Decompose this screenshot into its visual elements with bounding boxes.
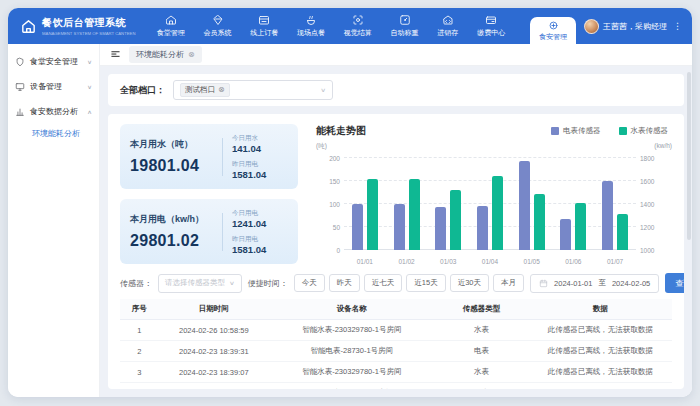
search-button[interactable]: 查询 (665, 273, 684, 293)
bar-water[interactable] (367, 179, 378, 250)
x-axis-label: 01/04 (482, 258, 498, 265)
bar-electric[interactable] (602, 181, 613, 250)
left-axis-unit: (吨) (316, 142, 327, 151)
quick-time-button[interactable]: 昨天 (329, 274, 360, 292)
table-cell: 智能电表-28730-1号房间 (269, 383, 435, 390)
scrollbar-thumb[interactable] (687, 72, 691, 240)
nav-item-auto-weigh[interactable]: 自动称重 (391, 14, 419, 38)
sidebar-subitem-active[interactable]: 环境能耗分析 (8, 124, 99, 143)
collapse-menu-icon[interactable] (110, 49, 121, 60)
bar-group (519, 158, 545, 250)
main-area: 环境能耗分析 ⊗ 全部档口： 测试档口 ⊗ ∨ (100, 44, 692, 397)
bar-water[interactable] (450, 190, 461, 250)
x-axis-label: 01/06 (565, 258, 581, 265)
stat-title: 本月用水（吨） (130, 138, 213, 151)
sensor-select[interactable]: 请选择传感器类型 ∨ (158, 274, 242, 293)
app-window: 餐饮后台管理系统 MANAGEMENT SYSTEM OF SMART CANT… (8, 8, 692, 397)
table-cell: 1 (120, 320, 159, 341)
bar-electric[interactable] (394, 204, 405, 250)
date-separator: 至 (598, 278, 606, 288)
clear-selection-icon[interactable]: ⊗ (218, 86, 225, 94)
quick-time-button[interactable]: 近七天 (364, 274, 403, 292)
avatar (584, 19, 599, 34)
stat-side-item: 今日用水 141.04 (232, 134, 288, 154)
nav-item-online-order[interactable]: 线上订餐 (250, 14, 278, 38)
bar-water[interactable] (617, 214, 628, 250)
table-row: 32024-02-23 18:39:07智能水表-230329780-1号房间水… (120, 362, 672, 383)
nav-item-food-safety[interactable]: 食安管理 (530, 17, 576, 44)
stat-side-item: 昨日用电 1581.04 (232, 235, 288, 255)
bar-water[interactable] (492, 176, 503, 250)
quick-time-button[interactable]: 今天 (294, 274, 325, 292)
vision-checkout-icon (352, 14, 364, 26)
bar-electric[interactable] (519, 161, 530, 250)
left-axis-tick: 200 (314, 155, 340, 162)
stat-value: 29801.02 (130, 232, 213, 250)
right-axis-tick: 1000 (640, 247, 670, 254)
legend-item[interactable]: 水表传感器 (619, 126, 669, 136)
bar-electric[interactable] (435, 207, 446, 250)
left-axis-tick: 100 (314, 201, 340, 208)
quick-time-button[interactable]: 近30天 (450, 274, 489, 292)
stat-value: 19801.04 (130, 157, 213, 175)
bar-water[interactable] (575, 203, 586, 250)
table-cell: 此传感器已离线，无法获取数据 (528, 362, 672, 383)
bar-group (352, 158, 378, 250)
table-row: 42024-02-23 15:14:21智能电表-28730-1号房间电表0.0… (120, 383, 672, 390)
app-logo: 餐饮后台管理系统 MANAGEMENT SYSTEM OF SMART CANT… (20, 8, 138, 44)
nav-item-payment-center[interactable]: 缴费中心 (477, 14, 505, 38)
member-icon (212, 14, 224, 26)
selected-stall-label: 测试档口 (185, 85, 215, 95)
table-cell: 水表 (435, 320, 529, 341)
divider (222, 138, 223, 176)
table-cell: 2024-02-23 15:14:21 (159, 383, 269, 390)
user-name: 王茜茜，采购经理 (603, 21, 667, 32)
bar-electric[interactable] (352, 204, 363, 250)
legend-label: 电表传感器 (563, 126, 601, 136)
nav-item-canteen[interactable]: 食堂管理 (157, 14, 185, 38)
date-range-picker[interactable]: 2024-01-01 至 2024-02-05 (530, 274, 659, 293)
nav-item-inventory[interactable]: 进销存 (437, 14, 458, 38)
bar-water[interactable] (534, 194, 545, 250)
legend-swatch (619, 127, 627, 135)
table-cell: 电表 (435, 383, 529, 390)
left-axis-tick: 0 (314, 247, 340, 254)
sidebar-item-label: 食堂安全管理 (30, 56, 78, 67)
bar-electric[interactable] (560, 219, 571, 250)
sidebar-item[interactable]: 设备管理 ∨ (8, 74, 99, 99)
close-tab-icon[interactable]: ⊗ (188, 51, 195, 59)
nav-item-label: 会员系统 (204, 28, 232, 38)
stall-select[interactable]: 测试档口 ⊗ ∨ (173, 80, 333, 100)
bar-group (560, 158, 586, 250)
table-row: 12024-02-26 10:58:59智能水表-230329780-1号房间水… (120, 320, 672, 341)
nav-item-member[interactable]: 会员系统 (204, 14, 232, 38)
safety-icon (15, 57, 25, 67)
nav-item-label: 线上订餐 (250, 28, 278, 38)
sidebar-item-label: 食安数据分析 (30, 106, 78, 117)
sidebar-item[interactable]: 食安数据分析 ∧ (8, 99, 99, 124)
x-axis-label: 01/03 (440, 258, 456, 265)
tab-env-energy-analysis[interactable]: 环境能耗分析 ⊗ (129, 46, 202, 63)
kebab-menu-icon[interactable]: ⋮ (673, 21, 682, 31)
tab-strip: 环境能耗分析 ⊗ (100, 44, 692, 66)
sidebar: 食堂安全管理 ∨ 设备管理 ∨ 食安数据分析 ∧ 环境能耗分析 (8, 44, 100, 397)
app-subtitle: MANAGEMENT SYSTEM OF SMART CANTEEN (42, 30, 136, 35)
nav-item-dinein-order[interactable]: 现场点餐 (297, 14, 325, 38)
nav-item-vision-checkout[interactable]: 视觉结算 (344, 14, 372, 38)
stat-side-value: 1241.04 (232, 218, 288, 229)
bar-water[interactable] (409, 179, 420, 250)
stat-side-label: 今日用电 (232, 209, 288, 218)
right-axis-tick: 1600 (640, 178, 670, 185)
legend-item[interactable]: 电表传感器 (551, 126, 601, 136)
bar-electric[interactable] (477, 206, 488, 250)
x-axis-label: 01/07 (607, 258, 623, 265)
quick-time-button[interactable]: 近15天 (406, 274, 445, 292)
bar-group (394, 158, 420, 250)
app-title: 餐饮后台管理系统 (42, 16, 152, 30)
quick-time-button[interactable]: 本月 (493, 274, 524, 292)
date-end: 2024-02-05 (612, 279, 650, 288)
stat-card: 本月用水（吨） 19801.04 今日用水 141.04 昨日用电 1581.0… (120, 124, 298, 189)
table-cell: 4 (120, 383, 159, 390)
user-chip[interactable]: 王茜茜，采购经理 ⋮ (582, 8, 684, 44)
sidebar-item[interactable]: 食堂安全管理 ∨ (8, 49, 99, 74)
